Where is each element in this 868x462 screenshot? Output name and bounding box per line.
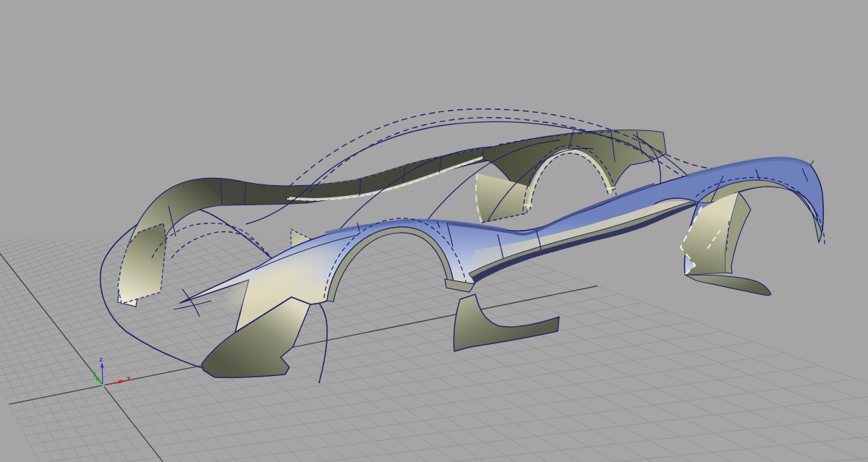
svg-text:y: y [93, 369, 96, 377]
svg-text:z: z [100, 356, 103, 363]
svg-text:x: x [127, 375, 131, 382]
